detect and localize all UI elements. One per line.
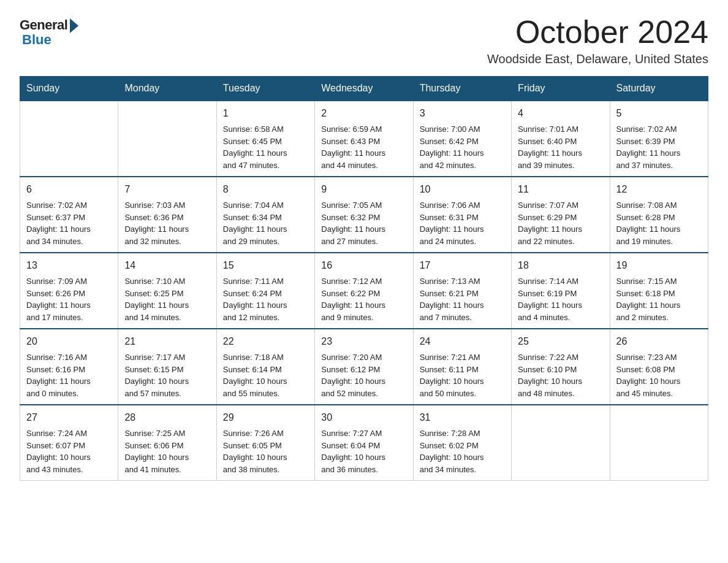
cell-info-line: and 45 minutes. xyxy=(616,389,673,398)
cell-info-line: Sunrise: 7:26 AM xyxy=(223,429,284,438)
calendar-cell: 18Sunrise: 7:14 AMSunset: 6:19 PMDayligh… xyxy=(512,253,610,329)
cell-info-line: Sunset: 6:36 PM xyxy=(124,213,183,222)
calendar-header-row: SundayMondayTuesdayWednesdayThursdayFrid… xyxy=(20,77,708,101)
day-number: 15 xyxy=(223,258,308,273)
cell-info-line: Sunset: 6:06 PM xyxy=(124,441,183,450)
cell-info-line: Daylight: 10 hours xyxy=(321,377,385,386)
cell-info-line: Daylight: 11 hours xyxy=(518,148,582,158)
weekday-header-wednesday: Wednesday xyxy=(315,77,413,101)
cell-info-line: and 50 minutes. xyxy=(420,389,477,398)
cell-info-line: Sunset: 6:26 PM xyxy=(26,289,85,298)
cell-info-line: Sunrise: 7:00 AM xyxy=(420,124,480,134)
cell-info-line: Sunrise: 6:59 AM xyxy=(321,124,382,134)
day-number: 20 xyxy=(26,334,112,349)
cell-info-line: Daylight: 11 hours xyxy=(223,301,287,310)
calendar-cell: 30Sunrise: 7:27 AMSunset: 6:04 PMDayligh… xyxy=(315,405,413,481)
calendar-cell: 17Sunrise: 7:13 AMSunset: 6:21 PMDayligh… xyxy=(413,253,511,329)
calendar-cell: 12Sunrise: 7:08 AMSunset: 6:28 PMDayligh… xyxy=(610,177,708,253)
cell-info-line: and 39 minutes. xyxy=(518,161,575,170)
calendar-cell xyxy=(20,101,118,177)
calendar-cell: 10Sunrise: 7:06 AMSunset: 6:31 PMDayligh… xyxy=(413,177,511,253)
calendar-cell: 29Sunrise: 7:26 AMSunset: 6:05 PMDayligh… xyxy=(216,405,314,481)
calendar-cell: 28Sunrise: 7:25 AMSunset: 6:06 PMDayligh… xyxy=(118,405,216,481)
day-number: 25 xyxy=(518,334,603,349)
cell-info-line: Sunset: 6:07 PM xyxy=(26,441,85,450)
calendar-cell: 16Sunrise: 7:12 AMSunset: 6:22 PMDayligh… xyxy=(315,253,413,329)
cell-info-line: Sunset: 6:10 PM xyxy=(518,365,577,374)
day-number: 31 xyxy=(420,410,505,425)
day-number: 3 xyxy=(420,106,505,121)
cell-info-line: Sunrise: 7:12 AM xyxy=(321,277,382,286)
cell-info-line: Sunset: 6:31 PM xyxy=(420,213,479,222)
cell-info-line: and 2 minutes. xyxy=(616,313,669,322)
cell-info-line: and 34 minutes. xyxy=(26,237,83,246)
cell-info-line: Sunset: 6:21 PM xyxy=(420,289,479,298)
calendar-cell: 14Sunrise: 7:10 AMSunset: 6:25 PMDayligh… xyxy=(118,253,216,329)
weekday-header-tuesday: Tuesday xyxy=(216,77,314,101)
cell-info-line: Sunset: 6:34 PM xyxy=(223,213,282,222)
cell-info-line: Daylight: 10 hours xyxy=(223,377,287,386)
cell-info-line: Daylight: 11 hours xyxy=(420,301,484,310)
cell-info-line: and 4 minutes. xyxy=(518,313,570,322)
cell-info-line: and 29 minutes. xyxy=(223,237,280,246)
cell-info-line: Daylight: 11 hours xyxy=(223,148,287,158)
calendar-cell: 5Sunrise: 7:02 AMSunset: 6:39 PMDaylight… xyxy=(610,101,708,177)
calendar-cell: 23Sunrise: 7:20 AMSunset: 6:12 PMDayligh… xyxy=(315,329,413,405)
cell-info-line: Sunrise: 7:03 AM xyxy=(124,201,185,210)
cell-info-line: and 17 minutes. xyxy=(26,313,83,322)
cell-info-line: Sunset: 6:43 PM xyxy=(321,137,380,146)
calendar-week-row: 20Sunrise: 7:16 AMSunset: 6:16 PMDayligh… xyxy=(20,329,708,405)
calendar-week-row: 13Sunrise: 7:09 AMSunset: 6:26 PMDayligh… xyxy=(20,253,708,329)
cell-info-line: Daylight: 11 hours xyxy=(420,224,484,234)
cell-info-line: Daylight: 11 hours xyxy=(26,301,91,310)
cell-info-line: Daylight: 11 hours xyxy=(616,224,681,234)
cell-info-line: Daylight: 11 hours xyxy=(26,377,91,386)
cell-info-line: and 43 minutes. xyxy=(26,465,83,474)
calendar-cell: 19Sunrise: 7:15 AMSunset: 6:18 PMDayligh… xyxy=(610,253,708,329)
cell-info-line: Daylight: 10 hours xyxy=(616,377,681,386)
cell-info-line: Daylight: 10 hours xyxy=(124,453,189,462)
day-number: 19 xyxy=(616,258,702,273)
calendar-week-row: 1Sunrise: 6:58 AMSunset: 6:45 PMDaylight… xyxy=(20,101,708,177)
cell-info-line: Sunrise: 7:14 AM xyxy=(518,277,578,286)
cell-info-line: and 7 minutes. xyxy=(420,313,472,322)
day-number: 9 xyxy=(321,182,406,197)
calendar-cell: 31Sunrise: 7:28 AMSunset: 6:02 PMDayligh… xyxy=(413,405,511,481)
cell-info-line: Sunrise: 7:17 AM xyxy=(124,353,185,362)
day-number: 7 xyxy=(124,182,210,197)
cell-info-line: Sunrise: 7:28 AM xyxy=(420,429,480,438)
calendar-cell: 9Sunrise: 7:05 AMSunset: 6:32 PMDaylight… xyxy=(315,177,413,253)
calendar-cell: 22Sunrise: 7:18 AMSunset: 6:14 PMDayligh… xyxy=(216,329,314,405)
calendar-cell: 7Sunrise: 7:03 AMSunset: 6:36 PMDaylight… xyxy=(118,177,216,253)
calendar-cell: 11Sunrise: 7:07 AMSunset: 6:29 PMDayligh… xyxy=(512,177,610,253)
calendar-cell: 13Sunrise: 7:09 AMSunset: 6:26 PMDayligh… xyxy=(20,253,118,329)
cell-info-line: and 27 minutes. xyxy=(321,237,378,246)
cell-info-line: Daylight: 10 hours xyxy=(420,377,484,386)
cell-info-line: Sunset: 6:16 PM xyxy=(26,365,85,374)
day-number: 12 xyxy=(616,182,702,197)
cell-info-line: Sunset: 6:25 PM xyxy=(124,289,183,298)
cell-info-line: and 12 minutes. xyxy=(223,313,280,322)
weekday-header-friday: Friday xyxy=(512,77,610,101)
cell-info-line: Daylight: 10 hours xyxy=(518,377,582,386)
calendar-table: SundayMondayTuesdayWednesdayThursdayFrid… xyxy=(20,76,708,481)
calendar-cell: 6Sunrise: 7:02 AMSunset: 6:37 PMDaylight… xyxy=(20,177,118,253)
cell-info-line: Sunrise: 7:20 AM xyxy=(321,353,382,362)
day-number: 18 xyxy=(518,258,603,273)
calendar-cell: 3Sunrise: 7:00 AMSunset: 6:42 PMDaylight… xyxy=(413,101,511,177)
cell-info-line: Daylight: 10 hours xyxy=(124,377,189,386)
day-number: 24 xyxy=(420,334,505,349)
day-number: 4 xyxy=(518,106,603,121)
cell-info-line: and 24 minutes. xyxy=(420,237,477,246)
cell-info-line: Sunset: 6:40 PM xyxy=(518,137,577,146)
month-title: October 2024 xyxy=(487,15,708,50)
day-number: 28 xyxy=(124,410,210,425)
cell-info-line: and 32 minutes. xyxy=(124,237,181,246)
day-number: 21 xyxy=(124,334,210,349)
logo: General Blue xyxy=(20,17,78,48)
cell-info-line: Sunset: 6:04 PM xyxy=(321,441,380,450)
cell-info-line: and 55 minutes. xyxy=(223,389,280,398)
calendar-cell: 24Sunrise: 7:21 AMSunset: 6:11 PMDayligh… xyxy=(413,329,511,405)
cell-info-line: Daylight: 11 hours xyxy=(518,224,582,234)
day-number: 5 xyxy=(616,106,702,121)
